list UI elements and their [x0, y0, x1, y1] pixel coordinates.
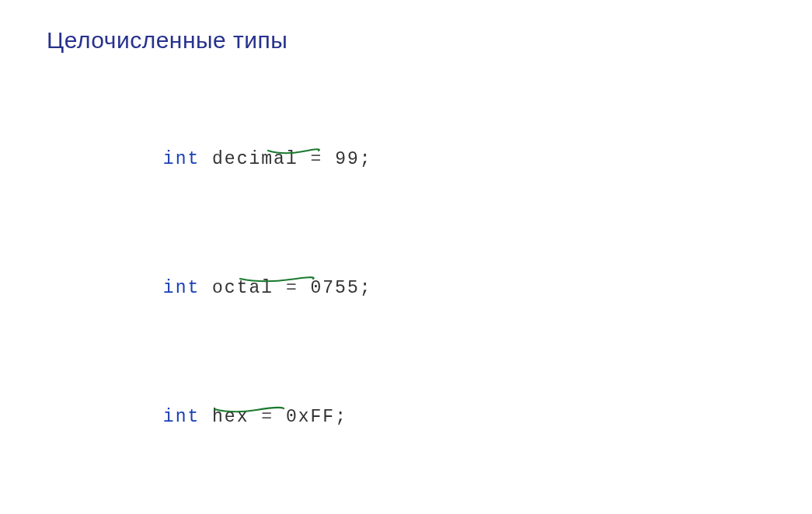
equals-sign: = [311, 149, 323, 169]
semicolon: ; [360, 278, 372, 298]
code-line-octal: int octal = 0755; [89, 256, 765, 342]
type-keyword: int [163, 149, 200, 169]
var-name: octal [212, 278, 274, 298]
type-keyword: int [163, 278, 200, 298]
literal-value: 99 [335, 149, 360, 169]
code-line-decimal: int decimal = 99; [89, 127, 765, 213]
equals-sign: = [286, 278, 298, 298]
var-name: decimal [212, 149, 298, 169]
code-block: int decimal = 99; int octal = 0755; int … [47, 127, 765, 514]
literal-value: 0xFF [286, 407, 335, 427]
slide-title: Целочисленные типы [47, 27, 765, 54]
slide: Целочисленные типы int decimal = 99; int… [0, 0, 812, 514]
var-name: hex [212, 407, 249, 427]
equals-sign: = [261, 407, 274, 427]
code-line-hex: int hex = 0xFF; [89, 386, 765, 471]
semicolon: ; [335, 407, 347, 427]
type-keyword: int [163, 407, 200, 427]
semicolon: ; [360, 149, 372, 169]
literal-value: 0755 [311, 278, 360, 298]
